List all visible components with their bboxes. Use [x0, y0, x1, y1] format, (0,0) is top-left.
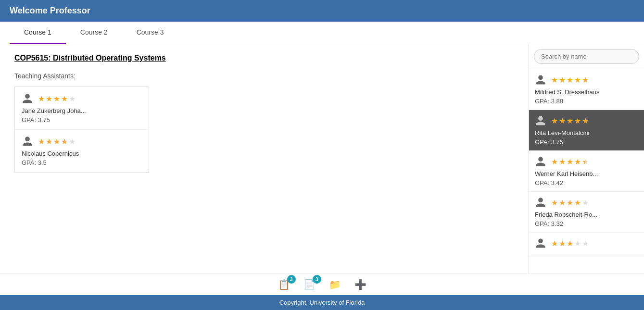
badge-0: 3: [287, 275, 296, 284]
footer: Copyright, University of Florida: [0, 295, 644, 310]
ta-card-1[interactable]: ★ ★ ★ ★ ★ Nicolaus Copernicus GPA: 3.5: [15, 130, 149, 172]
candidate-name-0: Mildred S. Dresselhaus: [535, 88, 638, 96]
candidate-name-2: Werner Karl Heisenb...: [535, 170, 638, 177]
candidate-stars-1: ★ ★ ★ ★ ★: [551, 116, 589, 125]
candidate-gpa-1: GPA: 3.75: [535, 138, 638, 146]
toolbar-btn-1[interactable]: 3 📄: [300, 277, 319, 292]
candidate-card-0[interactable]: ★ ★ ★ ★ ★ Mildred S. Dresselhaus GPA: 3.…: [529, 69, 644, 110]
candidate-stars-4: ★ ★ ★ ★ ★: [551, 239, 589, 248]
candidates-list[interactable]: ★ ★ ★ ★ ★ Mildred S. Dresselhaus GPA: 3.…: [529, 69, 644, 273]
ta-name-0: Jane Zukerberg Joha...: [22, 107, 142, 114]
ta-card-0[interactable]: ★ ★ ★ ★ ★ Jane Zukerberg Joha... GPA: 3.…: [15, 87, 149, 130]
candidate-name-1: Rita Levi-Montalcini: [535, 129, 638, 136]
toolbar-icon-3: ➕: [354, 279, 366, 290]
main-content: COP5615: Distributed Operating Systems T…: [0, 44, 644, 273]
person-icon-1: [22, 136, 33, 147]
candidate-person-icon-2: [535, 156, 546, 167]
search-input[interactable]: [534, 49, 639, 64]
tab-course2[interactable]: Course 2: [66, 22, 122, 44]
candidate-person-icon-1: [535, 115, 546, 126]
footer-text: Copyright, University of Florida: [279, 299, 365, 306]
candidate-name-3: Frieda Robscheit-Ro...: [535, 211, 638, 218]
section-label: Teaching Assistants:: [14, 72, 514, 80]
candidate-stars-3: ★ ★ ★ ★ ★: [551, 198, 589, 207]
candidate-person-icon-0: [535, 74, 546, 86]
tab-course3[interactable]: Course 3: [122, 22, 178, 44]
bottom-toolbar: 3 📋 3 📄 📁 ➕: [0, 273, 644, 295]
ta-list-container: ★ ★ ★ ★ ★ Jane Zukerberg Joha... GPA: 3.…: [14, 87, 149, 173]
candidate-stars-0: ★ ★ ★ ★ ★: [551, 75, 589, 85]
tab-bar: Course 1 Course 2 Course 3: [0, 22, 644, 44]
ta-name-1: Nicolaus Copernicus: [22, 150, 142, 157]
candidate-card-3[interactable]: ★ ★ ★ ★ ★ Frieda Robscheit-Ro... GPA: 3.…: [529, 192, 644, 233]
ta-scroll[interactable]: ★ ★ ★ ★ ★ Jane Zukerberg Joha... GPA: 3.…: [15, 87, 149, 172]
toolbar-btn-2[interactable]: 📁: [325, 277, 345, 292]
candidate-gpa-0: GPA: 3.88: [535, 98, 638, 105]
toolbar-btn-0[interactable]: 3 📋: [274, 277, 294, 292]
candidate-card-4[interactable]: ★ ★ ★ ★ ★: [529, 233, 644, 257]
person-icon-0: [22, 93, 33, 104]
candidate-person-icon-3: [535, 197, 546, 208]
stars-0: ★ ★ ★ ★ ★: [38, 94, 76, 103]
badge-1: 3: [313, 275, 321, 284]
ta-gpa-0: GPA: 3.75: [22, 116, 142, 124]
candidate-card-2[interactable]: ★ ★ ★ ★ ★ ★ Werner Karl Heisenb... GPA: …: [529, 151, 644, 192]
stars-1: ★ ★ ★ ★ ★: [38, 137, 76, 146]
search-bar-container: [529, 44, 644, 69]
header-title: Welcome Professor: [10, 6, 90, 15]
ta-gpa-1: GPA: 3.5: [22, 159, 142, 166]
right-panel: ★ ★ ★ ★ ★ Mildred S. Dresselhaus GPA: 3.…: [529, 44, 644, 273]
tab-course1[interactable]: Course 1: [10, 22, 66, 44]
candidate-gpa-2: GPA: 3.42: [535, 179, 638, 186]
page-header: Welcome Professor: [0, 0, 644, 22]
candidate-gpa-3: GPA: 3.32: [535, 220, 638, 227]
candidate-card-1[interactable]: ★ ★ ★ ★ ★ Rita Levi-Montalcini GPA: 3.75: [529, 110, 644, 151]
toolbar-icon-2: 📁: [329, 279, 341, 290]
left-panel: COP5615: Distributed Operating Systems T…: [0, 44, 529, 273]
toolbar-btn-3[interactable]: ➕: [351, 277, 370, 292]
candidate-stars-2: ★ ★ ★ ★ ★ ★: [551, 157, 589, 166]
candidate-person-icon-4: [535, 237, 546, 249]
course-title: COP5615: Distributed Operating Systems: [14, 54, 514, 62]
